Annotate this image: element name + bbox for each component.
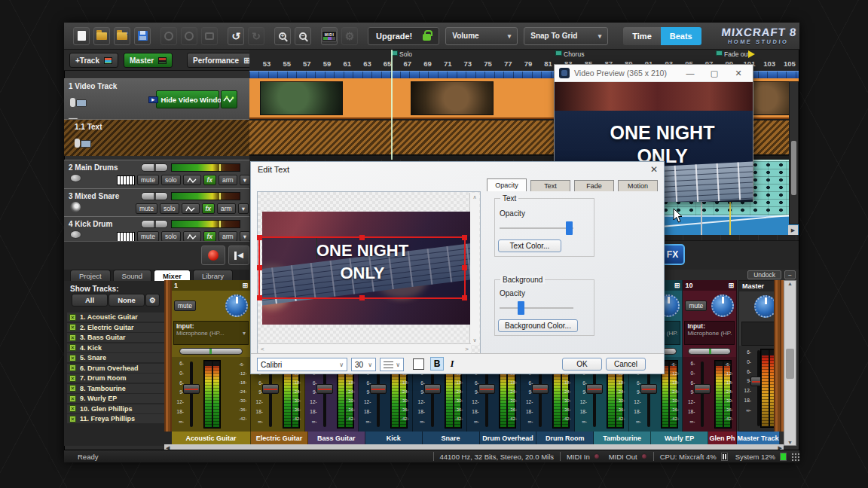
arm-button[interactable]: arm [217, 203, 236, 214]
track-checkbox[interactable]: ✕ [69, 395, 76, 402]
import-audio-button[interactable]: ♪ [114, 27, 130, 45]
bold-button[interactable]: B [430, 357, 444, 371]
show-all-button[interactable]: All [72, 294, 108, 307]
scroll-down-arrow[interactable]: ▼ [787, 440, 793, 445]
track-checkbox[interactable]: ✕ [69, 405, 76, 412]
track-checkbox[interactable]: ✕ [69, 416, 76, 422]
zoom-in-button[interactable]: + [274, 27, 291, 45]
resize-handle[interactable] [257, 265, 262, 270]
track-checkbox[interactable]: ✕ [69, 324, 76, 331]
track-vertical-scrollbar[interactable] [789, 81, 799, 224]
fader-handle[interactable] [586, 384, 603, 394]
tab-library[interactable]: Library [193, 270, 233, 281]
track-header-kick[interactable]: 4 Kick Drum mute solo fx arm ▾ [64, 216, 249, 241]
automation-type-dropdown[interactable]: Volume▾ [445, 27, 518, 45]
resize-handle[interactable] [462, 265, 467, 270]
automation-button[interactable] [182, 203, 200, 214]
fx-button[interactable]: fx [203, 231, 217, 241]
tab-motion[interactable]: Motion [618, 180, 658, 191]
marker-chorus[interactable]: Chorus [555, 50, 584, 60]
beats-mode-button[interactable]: Beats [661, 27, 701, 45]
font-size-dropdown[interactable]: 30∨ [351, 358, 376, 371]
record-button[interactable] [201, 246, 225, 265]
background-opacity-slider[interactable] [500, 301, 573, 315]
resize-handle[interactable] [257, 235, 262, 240]
piano-roll-icon[interactable] [117, 232, 135, 242]
undock-button[interactable]: Undock [747, 270, 781, 279]
volume-knob[interactable] [225, 294, 248, 317]
volume-knob[interactable] [711, 294, 734, 317]
scrollbar-thumb[interactable] [786, 349, 794, 379]
snap-dropdown[interactable]: Snap To Grid▾ [524, 27, 608, 45]
pan-slider[interactable] [688, 348, 731, 355]
upgrade-button[interactable]: Upgrade! [368, 27, 439, 45]
close-button[interactable]: ✕ [729, 69, 748, 78]
pan-slider[interactable] [179, 348, 242, 355]
slider-thumb[interactable] [566, 221, 573, 235]
resize-handle[interactable] [462, 295, 467, 300]
track-checkbox[interactable]: ✕ [69, 334, 76, 341]
fader-handle[interactable] [183, 384, 200, 394]
ok-button[interactable]: OK [562, 358, 602, 371]
track-checkbox[interactable]: ✕ [69, 375, 76, 382]
mute-button[interactable]: mute [174, 300, 196, 311]
midi-button[interactable]: MIDI [321, 27, 338, 45]
input-selector[interactable]: Input: Microphone (HP...▾ [684, 321, 735, 345]
track-checkbox[interactable]: ✕ [69, 314, 76, 321]
track-checkbox[interactable]: ✕ [69, 355, 76, 361]
preview-overlay-text[interactable]: ONE NIGHTONLY [272, 239, 453, 285]
pan-slider[interactable] [141, 220, 168, 228]
time-mode-button[interactable]: Time [623, 27, 660, 45]
mixer-vertical-scrollbar[interactable]: ▲ ▼ [784, 280, 796, 446]
marker-fadeout[interactable]: Fade out [716, 50, 750, 60]
piano-roll-icon[interactable] [117, 175, 135, 185]
slider-thumb[interactable] [518, 301, 524, 315]
input-selector[interactable]: Input: Microphone (HP...▾ [173, 321, 249, 345]
scroll-right-arrow[interactable]: ▶ [788, 225, 798, 235]
arm-button[interactable]: arm [219, 231, 237, 241]
fader-handle[interactable] [478, 384, 495, 394]
arm-button[interactable]: arm [219, 175, 237, 185]
fader-handle[interactable] [694, 384, 711, 394]
mute-button[interactable]: mute [685, 300, 707, 311]
performance-button[interactable]: Performance⊞ [187, 53, 256, 68]
pan-slider[interactable] [141, 163, 168, 172]
font-family-dropdown[interactable]: Calibri∨ [257, 358, 347, 371]
marker-solo[interactable]: Solo [391, 50, 412, 60]
yellow-flag-icon[interactable] [748, 50, 755, 58]
scrollbar-thumb[interactable] [791, 141, 796, 195]
fader-handle[interactable] [262, 384, 279, 394]
fader-handle[interactable] [640, 384, 657, 394]
fx-button[interactable]: fx [202, 203, 215, 214]
master-track-button[interactable]: Master [124, 53, 173, 68]
text-color-button[interactable]: Text Color... [498, 239, 561, 252]
automation-button[interactable] [183, 231, 201, 241]
mute-button[interactable]: mute [136, 203, 157, 214]
track-header-snare[interactable]: 3 Mixed Snare mute solo fx arm ▾ [64, 188, 249, 216]
minimize-button[interactable]: — [680, 69, 700, 78]
fader-handle[interactable] [316, 384, 333, 394]
scroll-up-arrow[interactable]: ▲ [787, 281, 793, 286]
solo-button[interactable]: solo [161, 231, 181, 241]
tab-project[interactable]: Project [70, 270, 111, 281]
fader-handle[interactable] [424, 384, 441, 394]
hide-video-window-button[interactable]: ▶Hide Video Window [156, 90, 219, 108]
resize-grip[interactable] [791, 453, 799, 461]
track-chevron-button[interactable]: ▾ [238, 203, 249, 214]
track-checkbox[interactable]: ✕ [69, 344, 76, 351]
track-checkbox[interactable]: ✕ [69, 364, 76, 371]
solo-button[interactable]: solo [160, 203, 179, 214]
italic-button[interactable]: I [445, 357, 459, 371]
background-color-button[interactable]: Background Color... [498, 319, 578, 332]
track-header-drums[interactable]: 2 Main Drums mute solo fx arm ▾ [64, 160, 249, 188]
resize-handle[interactable] [359, 295, 365, 300]
tab-mixer[interactable]: Mixer [154, 270, 191, 281]
track-chevron-button[interactable]: ▾ [240, 231, 249, 241]
playhead[interactable] [391, 50, 393, 160]
fx-button[interactable]: fx [203, 175, 217, 185]
mute-button[interactable]: mute [137, 175, 159, 185]
video-preview-titlebar[interactable]: Video Preview (365 x 210) — ▢ ✕ [555, 65, 753, 82]
maximize-button[interactable]: ▢ [704, 69, 724, 78]
fader-handle[interactable] [370, 384, 387, 394]
minimize-mixer-button[interactable]: − [784, 270, 796, 279]
